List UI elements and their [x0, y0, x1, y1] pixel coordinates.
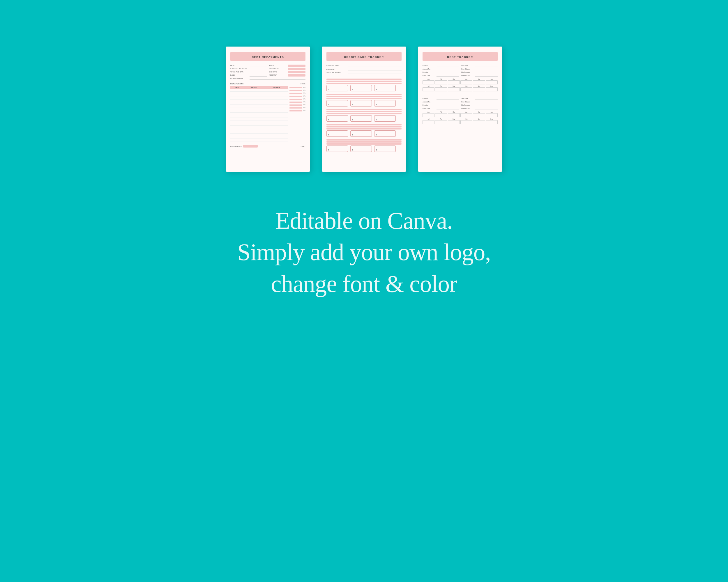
cc-grid-row-5: $ $ $ [327, 139, 401, 152]
field-line-motivation [250, 77, 306, 80]
dt-months-row2-1: Jul Aug Sep Oct Nov [422, 86, 498, 91]
dt-s2-month-nov: Nov [473, 118, 485, 124]
dt-month-box-jan [422, 80, 435, 84]
dt-label-start-balance: Start Balance [461, 68, 474, 70]
bar [289, 105, 302, 106]
cc-stripe [327, 143, 401, 145]
dt-line-deadline [437, 71, 459, 73]
col-balance: BALANCE [264, 86, 288, 89]
cc-dollar: $ [328, 119, 329, 120]
cc-stripe [327, 94, 401, 95]
dt-s2-label-sep: Sep [452, 118, 455, 120]
cc-amount-box-13: $ [327, 145, 348, 152]
dt-month-oct: Oct [460, 86, 472, 91]
field-label-apr: APR % [269, 64, 286, 67]
cc-stripe [327, 113, 401, 114]
bar-row: 60% [289, 95, 306, 98]
dt-s2-month-dec: Dec [486, 118, 498, 124]
dt-interest-rate-2: Interest Rate [461, 107, 498, 109]
dt-col-left-1: Creditor Account No. Deadline Credit Lim… [422, 64, 459, 77]
dt-line-total-debt-2 [475, 98, 498, 100]
cc-grid-row-2: $ $ $ [327, 94, 401, 107]
dt-section-1: Creditor Account No. Deadline Credit Lim… [422, 64, 498, 92]
dt-section-2: Creditor Account No. Deadline Credit Lim… [422, 98, 498, 126]
cc-dollar: $ [328, 104, 329, 105]
cc-amount-row-4: $ $ $ [327, 130, 401, 137]
dt-month-box-may [473, 80, 485, 84]
cc-amount-row-3: $ $ $ [327, 115, 401, 122]
dt-s2-box-aug [435, 120, 447, 124]
dt-total-debt-2: Total Debt [461, 98, 498, 100]
dt-month-label-apr: Apr [465, 79, 467, 80]
cc-dollar: $ [376, 149, 377, 151]
table-row [230, 139, 288, 141]
dt-s2-month-sep: Sep [448, 118, 460, 124]
dt-month-jun: Jun [486, 79, 498, 84]
dt-s2-label-may: May [478, 111, 480, 113]
repayments-section-header: REPAYMENTS 100% [230, 83, 306, 85]
dt-line-creditor [437, 64, 459, 67]
dt-line-min-payment [475, 71, 498, 73]
dt-month-label-jun: Jun [491, 79, 493, 80]
debt-tracker-title: DEBT TRACKER [447, 56, 473, 58]
dt-label-creditor-2: Creditor [422, 98, 436, 100]
dt-month-label-jul: Jul [428, 86, 430, 87]
bar-row: 80% [289, 89, 306, 92]
cc-grid-row-1: $ $ $ [327, 79, 401, 91]
dt-s2-box-jul [422, 120, 435, 124]
dt-label-deadline: Deadline [422, 71, 436, 73]
dt-month-mar: Mar [448, 79, 460, 84]
dt-two-col-2: Creditor Account No. Deadline Credit Lim… [422, 98, 498, 110]
bar-label-60: 60% [303, 95, 306, 98]
dt-month-jul: Jul [422, 86, 435, 91]
field-label-account: ACCOUNT: [269, 74, 286, 77]
dt-s2-label-jun: Jun [491, 111, 493, 113]
cc-stripes-5 [327, 139, 401, 145]
end-balance-box [243, 145, 258, 147]
field-row-debt: DEBT APR % [230, 64, 306, 67]
dt-month-feb: Feb [435, 79, 447, 84]
field-line-end-date [288, 71, 306, 73]
cc-amount-box-2: $ [350, 85, 372, 91]
cc-amount-box-11: $ [350, 130, 372, 137]
dt-s2-month-feb: Feb [435, 111, 447, 117]
bottom-text-line3: change font & color [237, 270, 491, 298]
cc-stripe [327, 139, 401, 141]
documents-section: DEBT REPAYMENTS DEBT APR % STARTING BALA… [226, 47, 502, 172]
field-label-starting: STARTING BALANCE: [230, 68, 248, 70]
field-line-account [288, 74, 306, 77]
dt-s2-month-mar: Mar [448, 111, 460, 117]
dt-start-balance-2: Start Balance [461, 101, 498, 103]
cc-top-fields: STARTING DATE: END DATE: TOTAL BALANCES: [327, 64, 401, 75]
dt-label-interest-rate: Interest Rate [461, 75, 474, 76]
dt-s2-month-jul: Jul [422, 118, 435, 124]
cc-dollar: $ [352, 134, 353, 136]
cc-stripe [327, 126, 401, 128]
dt-s2-box-dec [486, 120, 498, 124]
bar-label-20: 20% [303, 107, 306, 109]
dt-s2-label-jan: Jan [427, 111, 430, 113]
cc-dollar: $ [376, 119, 377, 120]
dt-s2-label-dec: Dec [490, 118, 493, 120]
table-row [230, 94, 288, 97]
cc-amount-box-8: $ [350, 115, 372, 122]
cc-amount-row-1: $ $ $ [327, 85, 401, 91]
cc-stripe [327, 111, 401, 112]
bar [289, 90, 302, 91]
credit-card-tracker-card: CREDIT CARD TRACKER STARTING DATE: END D… [322, 47, 406, 172]
bar-row: 70% [289, 92, 306, 94]
dt-month-label-may: May [478, 79, 480, 80]
dt-months-row1-1: Jan Feb Mar Apr May [422, 79, 498, 84]
cc-dollar: $ [328, 134, 329, 136]
cc-stripe [327, 81, 401, 82]
dt-label-min-payment: Min. Payment [461, 71, 474, 73]
bar-row: 30% [289, 104, 306, 106]
dt-month-box-jun [486, 80, 498, 84]
dt-month-box-feb [435, 80, 447, 84]
bar-label-50: 50% [303, 98, 306, 101]
cc-stripes-1 [327, 79, 401, 84]
cc-dollar: $ [328, 88, 329, 90]
cc-amount-box-9: $ [374, 115, 396, 122]
dt-s2-box-oct [460, 120, 472, 124]
dt-month-box-apr [460, 80, 472, 84]
